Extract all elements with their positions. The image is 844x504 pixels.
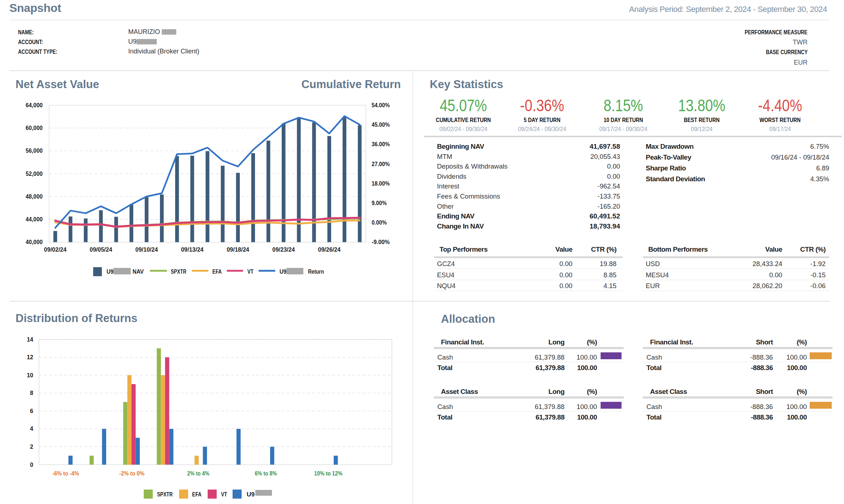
svg-text:12: 12 — [27, 354, 33, 360]
svg-text:10% to 12%: 10% to 12% — [314, 470, 342, 477]
svg-text:2% to 4%: 2% to 4% — [187, 470, 209, 477]
svg-text:U9: U9 — [247, 491, 255, 498]
svg-text:0: 0 — [30, 462, 33, 468]
svg-text:-2% to 0%: -2% to 0% — [119, 470, 144, 477]
svg-text:10: 10 — [27, 372, 33, 378]
svg-text:6% to 8%: 6% to 8% — [255, 470, 277, 477]
svg-text:-6% to -4%: -6% to -4% — [52, 470, 79, 477]
svg-text:14: 14 — [27, 336, 33, 343]
svg-text:VT: VT — [221, 491, 227, 498]
svg-text:6: 6 — [30, 408, 33, 414]
svg-text:SPXTR: SPXTR — [157, 491, 173, 498]
svg-text:4: 4 — [30, 426, 33, 432]
svg-text:8: 8 — [30, 390, 33, 396]
svg-text:EFA: EFA — [192, 491, 202, 498]
svg-text:2: 2 — [30, 444, 33, 450]
